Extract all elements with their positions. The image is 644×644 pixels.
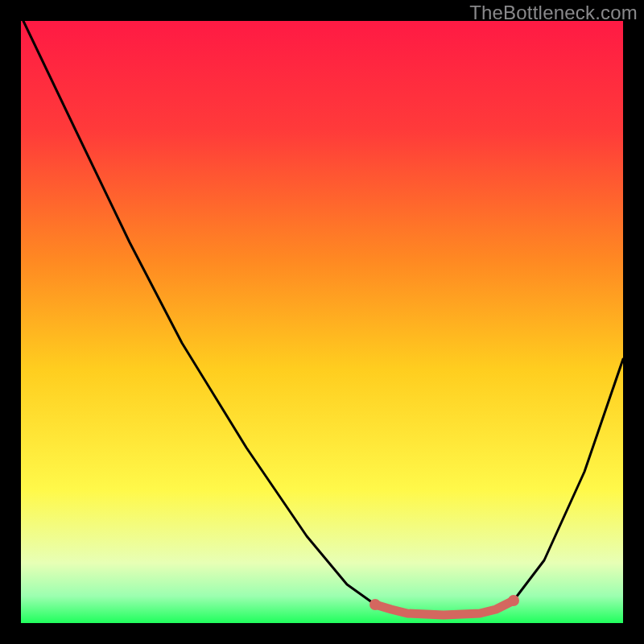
plot-area: [21, 21, 623, 623]
watermark-text: TheBottleneck.com: [469, 2, 638, 24]
svg-point-2: [508, 595, 519, 606]
svg-point-1: [369, 599, 381, 610]
chart-frame: TheBottleneck.com: [0, 0, 644, 644]
bottleneck-curve: [21, 21, 623, 623]
